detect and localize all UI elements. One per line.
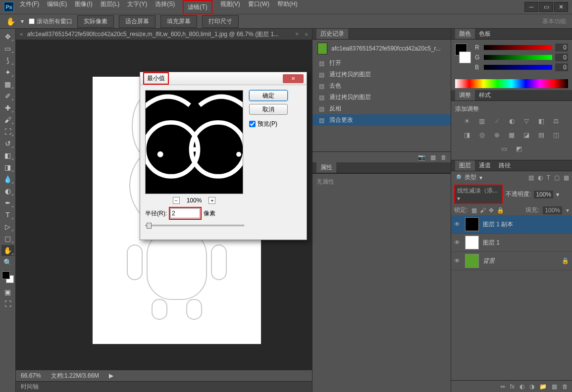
- history-item[interactable]: ▤打开: [312, 57, 451, 69]
- r-slider[interactable]: [484, 45, 552, 50]
- hue-icon[interactable]: ◧: [536, 116, 546, 125]
- print-size-button[interactable]: 打印尺寸: [202, 15, 239, 28]
- brightness-icon[interactable]: ☀: [462, 116, 472, 125]
- bw-icon[interactable]: ◨: [462, 130, 472, 139]
- channels-tab[interactable]: 通道: [475, 160, 495, 171]
- color-wells[interactable]: [2, 271, 14, 283]
- pen-tool[interactable]: ✒: [1, 197, 14, 208]
- filter-type-icon[interactable]: T: [547, 174, 550, 181]
- adjustments-tab[interactable]: 调整: [455, 90, 475, 100]
- swatches-tab[interactable]: 色板: [475, 29, 495, 39]
- g-value[interactable]: 0: [555, 53, 568, 61]
- new-layer-icon[interactable]: ▦: [552, 383, 557, 390]
- lock-transparent-icon[interactable]: ▦: [471, 207, 477, 214]
- stamp-tool[interactable]: ⛶: [1, 126, 14, 137]
- history-document[interactable]: afc1ea8376515472fe590fccd42a20c5_r...: [312, 40, 451, 57]
- zoom-out-button[interactable]: −: [173, 197, 180, 204]
- menu-window[interactable]: 窗口(W): [248, 0, 269, 14]
- foreground-color[interactable]: [2, 271, 10, 279]
- history-tab[interactable]: 历史记录: [316, 29, 348, 39]
- eyedropper-tool[interactable]: ✐: [1, 91, 14, 101]
- healing-tool[interactable]: ✚: [1, 102, 14, 113]
- history-item[interactable]: ▤通过拷贝的图层: [312, 92, 451, 103]
- filter-smart-icon[interactable]: ▦: [564, 174, 569, 181]
- timeline-panel[interactable]: 时间轴: [16, 381, 312, 392]
- history-snapshot-icon[interactable]: 📷: [418, 154, 425, 161]
- magic-wand-tool[interactable]: ✦: [1, 67, 14, 78]
- styles-tab[interactable]: 样式: [475, 90, 495, 100]
- screen-mode-icon[interactable]: ⛶: [1, 298, 14, 309]
- menu-type[interactable]: 文字(Y): [127, 0, 147, 14]
- eraser-tool[interactable]: ◧: [1, 150, 14, 161]
- menu-filter[interactable]: 滤镜(T): [183, 0, 212, 14]
- history-new-icon[interactable]: ▦: [430, 154, 436, 161]
- document-close-icon[interactable]: ×: [295, 31, 299, 38]
- b-value[interactable]: 0: [555, 63, 568, 71]
- lasso-tool[interactable]: ⟆: [1, 55, 14, 66]
- menu-image[interactable]: 图像(I): [75, 0, 92, 14]
- ok-button[interactable]: 确定: [249, 90, 288, 101]
- adjustment-icon[interactable]: ◑: [529, 383, 534, 390]
- lock-position-icon[interactable]: ✥: [489, 207, 494, 214]
- scroll-all-input[interactable]: [29, 18, 35, 24]
- history-brush-tool[interactable]: ↺: [1, 138, 14, 149]
- photo-filter-icon[interactable]: ◎: [477, 130, 487, 139]
- dropdown-icon[interactable]: ▾: [21, 18, 24, 25]
- document-tab[interactable]: afc1ea8376515472fe590fccd42a20c5_resize,…: [23, 30, 294, 39]
- dialog-titlebar[interactable]: 最小值 ✕: [140, 72, 307, 85]
- layer-name[interactable]: 图层 1: [483, 239, 569, 247]
- tab-prev-icon[interactable]: «: [20, 31, 23, 38]
- layers-tab[interactable]: 图层: [455, 160, 475, 171]
- dialog-close-button[interactable]: ✕: [283, 74, 304, 83]
- menu-file[interactable]: 文件(F): [20, 0, 39, 14]
- link-icon[interactable]: ⇔: [500, 383, 505, 390]
- filter-dropdown-icon[interactable]: ▾: [479, 174, 482, 181]
- filter-shape-icon[interactable]: ▢: [554, 174, 560, 181]
- fill-screen-button[interactable]: 填充屏幕: [160, 15, 197, 28]
- group-icon[interactable]: 📁: [539, 383, 547, 390]
- history-delete-icon[interactable]: 🗑: [441, 154, 447, 161]
- hand-tool[interactable]: ✋: [1, 245, 14, 256]
- filter-search-icon[interactable]: 🔎: [454, 174, 462, 181]
- lookup-icon[interactable]: ▦: [507, 130, 517, 139]
- menu-view[interactable]: 视图(V): [220, 0, 240, 14]
- blend-mode-select[interactable]: 线性减淡（添... ▾: [454, 185, 503, 204]
- fit-screen-button[interactable]: 适合屏幕: [119, 15, 156, 28]
- menu-layer[interactable]: 图层(L): [101, 0, 120, 14]
- doc-info[interactable]: 文档:1.22M/3.66M: [51, 372, 99, 380]
- tab-next-icon[interactable]: »: [305, 31, 308, 38]
- visibility-icon[interactable]: 👁: [454, 239, 461, 246]
- r-value[interactable]: 0: [555, 44, 568, 51]
- type-tool[interactable]: T: [1, 209, 14, 220]
- dialog-preview[interactable]: [145, 90, 243, 194]
- radius-slider[interactable]: [145, 225, 244, 226]
- layer-thumbnail[interactable]: [465, 236, 479, 249]
- filter-pixel-icon[interactable]: ▧: [528, 174, 534, 181]
- minimize-button[interactable]: ─: [524, 2, 538, 12]
- delete-layer-icon[interactable]: 🗑: [562, 383, 568, 390]
- color-panel-wells[interactable]: [455, 44, 471, 63]
- layer-item[interactable]: 👁 背景 🔒: [451, 252, 572, 270]
- slider-thumb[interactable]: [147, 223, 152, 229]
- color-tab[interactable]: 颜色: [455, 29, 475, 39]
- menu-select[interactable]: 选择(S): [155, 0, 175, 14]
- preview-checkbox-input[interactable]: [249, 121, 256, 127]
- chevron-down-icon[interactable]: ▾: [566, 207, 569, 214]
- chevron-down-icon[interactable]: ▾: [556, 191, 559, 198]
- zoom-level[interactable]: 66.67%: [21, 372, 41, 379]
- dodge-tool[interactable]: ◐: [1, 186, 14, 196]
- visibility-icon[interactable]: 👁: [454, 257, 461, 264]
- threshold-icon[interactable]: ◫: [551, 130, 561, 139]
- menu-edit[interactable]: 编辑(E): [47, 0, 67, 14]
- move-tool[interactable]: ✥: [1, 31, 14, 42]
- preview-checkbox[interactable]: 预览(P): [249, 120, 288, 128]
- lock-all-icon[interactable]: 🔒: [497, 207, 504, 214]
- actual-pixels-button[interactable]: 实际像素: [77, 15, 114, 28]
- marquee-tool[interactable]: ▭: [1, 43, 14, 54]
- layer-item[interactable]: 👁 图层 1: [451, 234, 572, 252]
- gradient-tool[interactable]: ◨: [1, 162, 14, 173]
- history-item[interactable]: ▤反相: [312, 103, 451, 114]
- history-item[interactable]: ▤去色: [312, 80, 451, 92]
- maximize-button[interactable]: ▭: [539, 2, 553, 12]
- panel-background-color[interactable]: [459, 51, 471, 63]
